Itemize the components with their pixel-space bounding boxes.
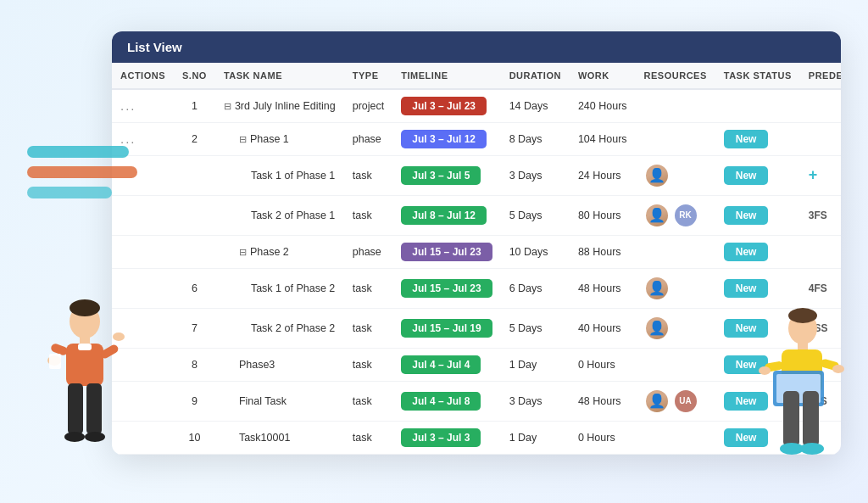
cell-taskname: Phase3 <box>215 348 344 381</box>
task-name-label: Task 2 of Phase 1 <box>224 210 335 221</box>
col-type: TYPE <box>344 63 393 89</box>
action-dots[interactable]: ... <box>120 131 136 146</box>
cell-duration: 6 Days <box>501 268 570 308</box>
cell-predecessor <box>800 89 841 123</box>
timeline-badge[interactable]: Jul 8 – Jul 12 <box>401 206 487 225</box>
cell-predecessor <box>800 122 841 155</box>
cell-resources: 👤RK <box>636 195 715 235</box>
cell-work: 0 Hours <box>570 421 636 454</box>
cell-type: task <box>344 155 393 195</box>
deco-bar-1 <box>27 146 129 158</box>
cell-work: 88 Hours <box>570 235 636 268</box>
add-predecessor-button[interactable]: + <box>809 166 818 183</box>
status-badge: New <box>724 206 769 225</box>
cell-type: task <box>344 268 393 308</box>
timeline-badge[interactable]: Jul 15 – Jul 23 <box>401 243 492 261</box>
svg-rect-4 <box>78 344 92 350</box>
predecessor-value: 3FS <box>809 210 827 221</box>
predecessor-value: 4FS <box>809 282 827 294</box>
task-name-label: Phase3 <box>224 359 275 371</box>
timeline-badge[interactable]: Jul 15 – Jul 23 <box>401 279 492 298</box>
svg-point-13 <box>85 432 105 442</box>
cell-predecessor <box>800 235 841 268</box>
table-row: ...1⊟3rd July Inline EditingprojectJul 3… <box>112 89 841 123</box>
timeline-badge[interactable]: Jul 3 – Jul 12 <box>401 130 487 148</box>
task-name-label: Task 1 of Phase 2 <box>224 282 335 294</box>
timeline-badge[interactable]: Jul 4 – Jul 8 <box>401 392 481 411</box>
deco-bars <box>27 146 137 198</box>
cell-work: 80 Hours <box>570 195 636 235</box>
card-header: List View <box>112 31 841 63</box>
avatar: 👤 <box>644 203 670 228</box>
cell-timeline: Jul 3 – Jul 5 <box>392 155 500 195</box>
cell-work: 48 Hours <box>570 268 636 308</box>
task-name-label: Task 1 of Phase 1 <box>224 170 335 182</box>
table-row: 8Phase3taskJul 4 – Jul 41 Day0 HoursNew+ <box>112 348 841 381</box>
status-badge: New <box>724 243 769 261</box>
cell-taskname: ⊟Phase 1 <box>215 122 344 155</box>
cell-resources <box>636 235 715 268</box>
cell-taskname: Task 1 of Phase 2 <box>215 268 344 308</box>
character-right <box>756 303 849 481</box>
cell-duration: 5 Days <box>501 195 570 235</box>
cell-timeline: Jul 4 – Jul 4 <box>392 348 500 381</box>
avatar: 👤 <box>644 388 670 414</box>
svg-point-26 <box>780 443 804 455</box>
cell-sno: 2 <box>174 122 215 155</box>
timeline-badge[interactable]: Jul 4 – Jul 4 <box>401 355 481 374</box>
cell-duration: 8 Days <box>501 122 570 155</box>
col-sno: S.NO <box>174 63 215 89</box>
svg-point-1 <box>70 299 100 316</box>
collapse-icon[interactable]: ⊟ <box>239 247 247 258</box>
cell-duration: 5 Days <box>501 308 570 348</box>
cell-actions <box>112 235 174 268</box>
cell-work: 104 Hours <box>570 122 636 155</box>
table-wrap[interactable]: ACTIONS S.NO TASK NAME TYPE TIMELINE DUR… <box>112 63 841 455</box>
col-work: WORK <box>570 63 636 89</box>
col-actions: ACTIONS <box>112 63 174 89</box>
col-predecessor: PREDECESSO... <box>800 63 841 89</box>
cell-type: project <box>344 89 393 123</box>
table-row: 6Task 1 of Phase 2taskJul 15 – Jul 236 D… <box>112 268 841 308</box>
cell-taskname: Task10001 <box>215 421 344 454</box>
timeline-badge[interactable]: Jul 3 – Jul 23 <box>401 97 487 115</box>
avatar-ua: UA <box>673 388 698 414</box>
cell-predecessor: 3FS <box>800 195 841 235</box>
task-name-label: ⊟3rd July Inline Editing <box>224 100 336 112</box>
status-badge: New <box>724 130 769 148</box>
action-dots[interactable]: ... <box>120 98 136 113</box>
table-row: 7Task 2 of Phase 2taskJul 15 – Jul 195 D… <box>112 308 841 348</box>
deco-bar-2 <box>27 166 137 178</box>
cell-type: task <box>344 195 393 235</box>
cell-taskname: ⊟3rd July Inline Editing <box>215 89 344 123</box>
cell-taskname: ⊟Phase 2 <box>215 235 344 268</box>
cell-task-status: New <box>715 195 800 235</box>
timeline-badge[interactable]: Jul 15 – Jul 19 <box>401 319 492 338</box>
cell-taskname: Task 1 of Phase 1 <box>215 155 344 195</box>
collapse-icon[interactable]: ⊟ <box>239 134 247 145</box>
cell-resources: 👤UA <box>636 381 715 421</box>
cell-type: phase <box>344 235 393 268</box>
task-table: ACTIONS S.NO TASK NAME TYPE TIMELINE DUR… <box>112 63 841 455</box>
avatar-group: 👤 <box>644 163 707 188</box>
cell-work: 0 Hours <box>570 348 636 381</box>
svg-point-12 <box>64 432 85 442</box>
cell-resources <box>636 122 715 155</box>
cell-sno: 1 <box>174 89 215 123</box>
timeline-badge[interactable]: Jul 3 – Jul 3 <box>401 428 481 447</box>
timeline-badge[interactable]: Jul 3 – Jul 5 <box>401 166 481 185</box>
cell-resources <box>636 348 715 381</box>
cell-duration: 14 Days <box>501 89 570 123</box>
cell-type: task <box>344 381 393 421</box>
col-duration: DURATION <box>501 63 570 89</box>
cell-actions <box>112 195 174 235</box>
col-taskname: TASK NAME <box>215 63 344 89</box>
table-body: ...1⊟3rd July Inline EditingprojectJul 3… <box>112 89 841 455</box>
svg-rect-24 <box>783 391 799 446</box>
table-row: ⊟Phase 2phaseJul 15 – Jul 2310 Days88 Ho… <box>112 235 841 268</box>
cell-task-status: New <box>715 155 800 195</box>
cell-work: 24 Hours <box>570 155 636 195</box>
table-row: ...2⊟Phase 1phaseJul 3 – Jul 128 Days104… <box>112 122 841 155</box>
col-taskstatus: TASK STATUS <box>715 63 800 89</box>
collapse-icon[interactable]: ⊟ <box>224 101 231 112</box>
